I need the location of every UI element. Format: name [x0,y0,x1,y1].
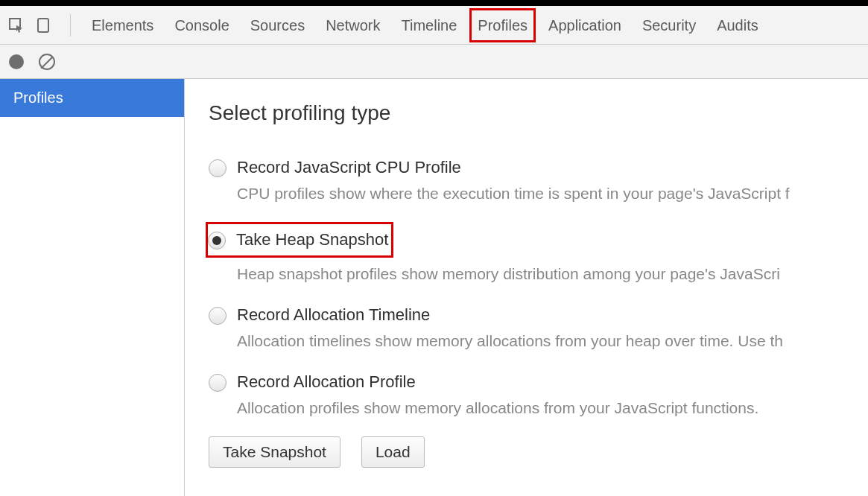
content-panel: Select profiling type Record JavaScript … [185,79,868,496]
radio-allocation-timeline[interactable] [209,307,226,325]
sidebar-item-profiles[interactable]: Profiles [0,79,184,117]
devtools-tabs: Elements Console Sources Network Timelin… [81,6,769,45]
option-heap-snapshot[interactable]: Take Heap Snapshot [206,222,393,258]
option-title: Record Allocation Profile [237,372,416,392]
option-title: Record Allocation Timeline [237,305,430,325]
option-cpu-profile[interactable]: Record JavaScript CPU Profile [209,155,868,180]
main-area: Profiles Select profiling type Record Ja… [0,79,868,496]
option-allocation-profile[interactable]: Record Allocation Profile [209,369,868,395]
tab-console[interactable]: Console [164,6,239,45]
option-title: Record JavaScript CPU Profile [237,158,461,177]
take-snapshot-button[interactable]: Take Snapshot [209,436,340,468]
option-allocation-timeline[interactable]: Record Allocation Timeline [209,302,868,328]
page-title: Select profiling type [209,101,868,125]
tab-network[interactable]: Network [315,6,390,45]
tab-elements[interactable]: Elements [81,6,164,45]
tab-application[interactable]: Application [538,6,632,45]
action-buttons: Take Snapshot Load [209,436,868,468]
tab-sources[interactable]: Sources [240,6,315,45]
option-desc: Allocation profiles show memory allocati… [237,399,868,417]
radio-cpu-profile[interactable] [209,159,226,177]
radio-allocation-profile[interactable] [209,374,226,392]
inspect-element-icon[interactable] [6,15,27,36]
clear-icon[interactable] [39,54,55,70]
tab-security[interactable]: Security [632,6,706,45]
option-title: Take Heap Snapshot [236,230,388,249]
option-desc: Heap snapshot profiles show memory distr… [237,265,868,283]
option-desc: CPU profiles show where the execution ti… [237,185,868,203]
svg-rect-1 [38,19,48,32]
profiles-sub-toolbar [0,45,868,79]
tab-audits[interactable]: Audits [706,6,769,45]
toolbar-divider [70,14,71,36]
option-desc: Allocation timelines show memory allocat… [237,332,868,350]
tab-timeline[interactable]: Timeline [391,6,468,45]
devtools-toolbar: Elements Console Sources Network Timelin… [0,6,868,45]
record-icon[interactable] [9,54,24,69]
radio-heap-snapshot[interactable] [208,232,226,249]
load-button[interactable]: Load [361,436,425,468]
sidebar: Profiles [0,79,185,496]
tab-profiles[interactable]: Profiles [467,6,538,45]
device-mode-icon[interactable] [33,15,54,36]
